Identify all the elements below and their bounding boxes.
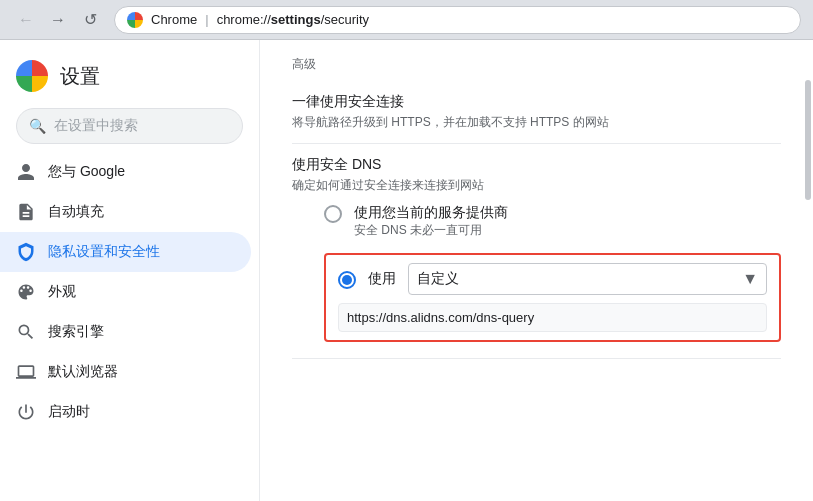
dns-url-display: https://dns.alidns.com/dns-query (338, 303, 767, 332)
scroll-indicator (805, 80, 811, 200)
sidebar-label-privacy: 隐私设置和安全性 (48, 243, 160, 261)
search-engine-icon (16, 322, 36, 342)
section-label: 高级 (292, 40, 781, 81)
app-layout: 设置 🔍 在设置中搜索 您与 Google 自动填充 隐私设置和安全性 (0, 40, 813, 501)
sidebar-label-google: 您与 Google (48, 163, 125, 181)
sidebar-item-default-browser[interactable]: 默认浏览器 (0, 352, 251, 392)
url-settings: settings (271, 12, 321, 27)
radio-sublabel-current: 安全 DNS 未必一直可用 (354, 222, 508, 239)
https-setting: 一律使用安全连接 将导航路径升级到 HTTPS，并在加载不支持 HTTPS 的网… (292, 81, 781, 144)
address-separator: | (205, 12, 208, 27)
dns-title: 使用安全 DNS (292, 156, 781, 174)
custom-dns-box: 使用 自定义 ▼ https://dns.alidns.com/dns-quer… (324, 253, 781, 342)
dns-setting: 使用安全 DNS 确定如何通过安全连接来连接到网站 使用您当前的服务提供商 安全… (292, 144, 781, 359)
search-box[interactable]: 🔍 在设置中搜索 (16, 108, 243, 144)
chevron-down-icon: ▼ (742, 270, 758, 288)
sidebar-item-google[interactable]: 您与 Google (0, 152, 251, 192)
url-base: chrome://settings/security (217, 12, 369, 27)
shield-icon (16, 242, 36, 262)
radio-text-current: 使用您当前的服务提供商 安全 DNS 未必一直可用 (354, 204, 508, 239)
sidebar-label-autofill: 自动填充 (48, 203, 104, 221)
person-icon (16, 162, 36, 182)
search-icon: 🔍 (29, 118, 46, 134)
sidebar-label-startup: 启动时 (48, 403, 90, 421)
dns-select-dropdown[interactable]: 自定义 ▼ (408, 263, 767, 295)
back-button[interactable]: ← (12, 6, 40, 34)
radio-circle-current (324, 205, 342, 223)
main-content: 高级 一律使用安全连接 将导航路径升级到 HTTPS，并在加载不支持 HTTPS… (260, 40, 813, 501)
use-label: 使用 (368, 270, 396, 288)
google-logo (16, 60, 48, 92)
radio-circle-custom[interactable] (338, 271, 356, 289)
https-desc: 将导航路径升级到 HTTPS，并在加载不支持 HTTPS 的网站 (292, 113, 781, 131)
nav-buttons: ← → ↺ (12, 6, 104, 34)
refresh-button[interactable]: ↺ (76, 6, 104, 34)
https-title: 一律使用安全连接 (292, 93, 781, 111)
sidebar-header: 设置 (0, 48, 259, 108)
forward-button[interactable]: → (44, 6, 72, 34)
sidebar-label-appearance: 外观 (48, 283, 76, 301)
address-bar[interactable]: Chrome | chrome://settings/security (114, 6, 801, 34)
custom-dns-row: 使用 自定义 ▼ (338, 263, 767, 295)
palette-icon (16, 282, 36, 302)
sidebar-item-search[interactable]: 搜索引擎 (0, 312, 251, 352)
radio-label-current: 使用您当前的服务提供商 (354, 204, 508, 222)
power-icon (16, 402, 36, 422)
sidebar-item-appearance[interactable]: 外观 (0, 272, 251, 312)
sidebar-label-search: 搜索引擎 (48, 323, 104, 341)
chrome-icon (127, 12, 143, 28)
search-placeholder: 在设置中搜索 (54, 117, 138, 135)
sidebar-item-startup[interactable]: 启动时 (0, 392, 251, 432)
sidebar-label-browser: 默认浏览器 (48, 363, 118, 381)
autofill-icon (16, 202, 36, 222)
sidebar-item-autofill[interactable]: 自动填充 (0, 192, 251, 232)
monitor-icon (16, 362, 36, 382)
sidebar: 设置 🔍 在设置中搜索 您与 Google 自动填充 隐私设置和安全性 (0, 40, 260, 501)
browser-chrome: ← → ↺ Chrome | chrome://settings/securit… (0, 0, 813, 40)
sidebar-item-privacy[interactable]: 隐私设置和安全性 (0, 232, 251, 272)
radio-current-provider[interactable]: 使用您当前的服务提供商 安全 DNS 未必一直可用 (292, 194, 781, 249)
dns-desc: 确定如何通过安全连接来连接到网站 (292, 176, 781, 194)
sidebar-title: 设置 (60, 63, 100, 90)
dns-select-value: 自定义 (417, 270, 742, 288)
app-name: Chrome (151, 12, 197, 27)
